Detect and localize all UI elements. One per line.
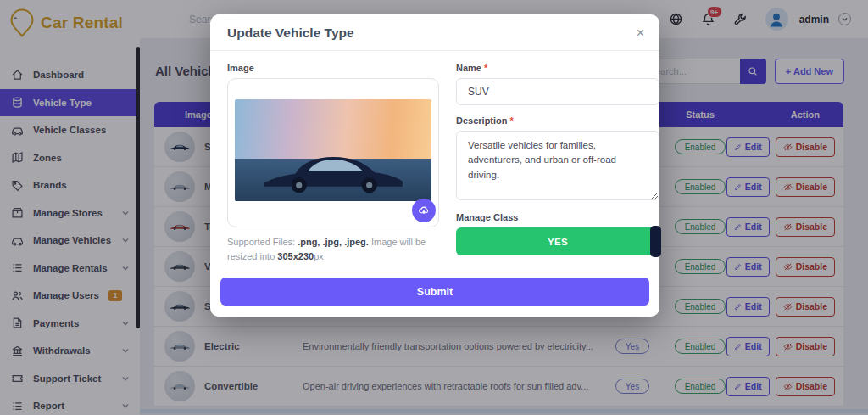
manage-class-toggle[interactable]: YES xyxy=(456,227,659,255)
description-field-label: Description * xyxy=(456,115,659,126)
name-input[interactable] xyxy=(456,78,659,105)
modal-body: Image Supported Files: .png, .jpg, .jpeg… xyxy=(210,51,659,267)
upload-image-button[interactable] xyxy=(412,199,436,222)
toggle-handle xyxy=(650,226,661,257)
car-image xyxy=(257,144,410,195)
required-asterisk: * xyxy=(510,115,514,126)
name-field-label: Name * xyxy=(456,63,659,73)
image-field-label: Image xyxy=(227,63,439,73)
submit-button[interactable]: Submit xyxy=(220,278,649,306)
image-preview-frame xyxy=(227,78,439,227)
modal-title: Update Vehicle Type xyxy=(227,25,354,41)
toggle-yes-label: YES xyxy=(548,237,568,247)
manage-class-label: Manage Class xyxy=(456,212,659,222)
cloud-upload-icon xyxy=(418,205,430,216)
update-vehicle-type-modal: Update Vehicle Type × Image Supported Fi… xyxy=(210,14,659,317)
description-textarea[interactable]: Versatile vehicles for families, adventu… xyxy=(456,131,659,200)
close-icon[interactable]: × xyxy=(637,26,644,40)
supported-files-note: Supported Files: .png, .jpg, .jpeg. Imag… xyxy=(227,235,439,264)
modal-header: Update Vehicle Type × xyxy=(210,14,659,51)
required-asterisk: * xyxy=(484,63,487,73)
vehicle-image-preview xyxy=(235,99,431,201)
